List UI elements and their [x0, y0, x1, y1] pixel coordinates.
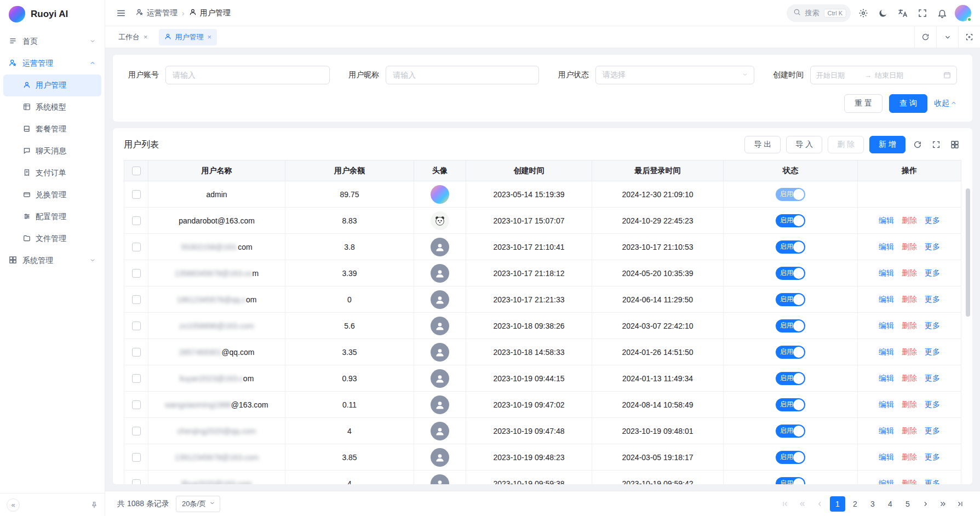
sidebar-item-chat-messages[interactable]: 聊天消息	[3, 140, 101, 162]
row-checkbox[interactable]	[132, 453, 141, 462]
first-page-button[interactable]	[777, 496, 793, 512]
search-button[interactable]: 查 询	[889, 94, 927, 113]
edit-link[interactable]: 编辑	[879, 321, 894, 330]
sidebar-item-package-management[interactable]: 套餐管理	[3, 118, 101, 140]
sidebar-item-home[interactable]: 首页	[0, 31, 105, 53]
more-link[interactable]: 更多	[925, 347, 940, 356]
edit-link[interactable]: 编辑	[879, 216, 894, 225]
scrollbar-thumb[interactable]	[966, 188, 970, 317]
more-link[interactable]: 更多	[925, 426, 940, 435]
row-checkbox[interactable]	[132, 400, 141, 409]
nickname-input[interactable]	[386, 66, 539, 84]
more-link[interactable]: 更多	[925, 268, 940, 277]
translate-icon[interactable]	[896, 6, 910, 20]
export-button[interactable]: 导 出	[744, 136, 781, 153]
import-button[interactable]: 导 入	[786, 136, 822, 153]
layout-expand-icon[interactable]	[958, 26, 980, 48]
settings-gear-icon[interactable]	[856, 6, 870, 20]
row-checkbox[interactable]	[132, 427, 141, 435]
sidebar-item-exchange-management[interactable]: 兑换管理	[3, 184, 101, 206]
page-button-5[interactable]: 5	[900, 496, 915, 512]
row-checkbox[interactable]	[132, 269, 141, 278]
sidebar-collapse-button[interactable]: «	[7, 498, 20, 512]
chevron-down-icon[interactable]	[936, 26, 958, 48]
status-toggle[interactable]: 启用	[776, 398, 805, 411]
more-link[interactable]: 更多	[925, 321, 940, 330]
status-toggle[interactable]: 启用	[776, 346, 805, 359]
sidebar-item-system-management[interactable]: 系统管理	[0, 250, 105, 272]
delete-link[interactable]: 删除	[902, 426, 917, 435]
sidebar-item-config-management[interactable]: 配置管理	[3, 206, 101, 228]
status-toggle[interactable]: 启用	[776, 477, 805, 485]
page-button-2[interactable]: 2	[847, 496, 863, 512]
more-link[interactable]: 更多	[925, 216, 940, 225]
user-avatar[interactable]	[955, 5, 971, 21]
delete-link[interactable]: 删除	[902, 242, 917, 251]
page-size-select[interactable]: 20条/页	[176, 496, 220, 512]
delete-link[interactable]: 删除	[902, 321, 917, 330]
status-toggle[interactable]: 启用	[776, 267, 805, 280]
page-button-1[interactable]: 1	[830, 496, 845, 512]
delete-link[interactable]: 删除	[902, 479, 917, 485]
delete-link[interactable]: 删除	[902, 400, 917, 409]
row-checkbox[interactable]	[132, 295, 141, 304]
page-button-3[interactable]: 3	[865, 496, 880, 512]
breadcrumb-operations[interactable]: 运营管理	[136, 8, 177, 18]
edit-link[interactable]: 编辑	[879, 400, 894, 409]
delete-link[interactable]: 删除	[902, 374, 917, 382]
sidebar-item-payment-orders[interactable]: 支付订单	[3, 162, 101, 184]
collapse-filters-link[interactable]: 收起	[934, 99, 957, 108]
global-search[interactable]: 搜索 Ctrl K	[787, 4, 851, 22]
account-input[interactable]	[165, 66, 330, 84]
prev-jump-button[interactable]	[795, 496, 810, 512]
expand-icon[interactable]	[930, 138, 943, 151]
page-button-4[interactable]: 4	[882, 496, 898, 512]
delete-link[interactable]: 删除	[902, 268, 917, 277]
edit-link[interactable]: 编辑	[879, 347, 894, 356]
last-page-button[interactable]	[953, 496, 968, 512]
more-link[interactable]: 更多	[925, 452, 940, 461]
close-icon[interactable]: ×	[208, 33, 212, 41]
close-icon[interactable]: ×	[144, 33, 148, 41]
end-date-input[interactable]	[875, 71, 920, 79]
edit-link[interactable]: 编辑	[879, 479, 894, 485]
status-select[interactable]: 请选择	[595, 66, 754, 84]
edit-link[interactable]: 编辑	[879, 374, 894, 382]
status-toggle[interactable]: 启用	[776, 240, 805, 254]
fullscreen-icon[interactable]	[915, 6, 930, 20]
row-checkbox[interactable]	[132, 374, 141, 383]
start-date-input[interactable]	[816, 71, 861, 79]
delete-link[interactable]: 删除	[902, 295, 917, 303]
refresh-icon[interactable]	[911, 138, 924, 151]
tab-user-management[interactable]: 用户管理 ×	[159, 29, 217, 45]
status-toggle[interactable]: 启用	[776, 188, 805, 201]
tab-workbench[interactable]: 工作台 ×	[113, 29, 153, 45]
add-button[interactable]: 新 增	[869, 136, 906, 153]
edit-link[interactable]: 编辑	[879, 242, 894, 251]
prev-page-button[interactable]	[812, 496, 828, 512]
next-page-button[interactable]	[918, 496, 933, 512]
reset-button[interactable]: 重 置	[844, 94, 882, 113]
more-link[interactable]: 更多	[925, 242, 940, 251]
pin-icon[interactable]	[90, 501, 98, 509]
row-checkbox[interactable]	[132, 348, 141, 357]
vertical-scrollbar[interactable]	[966, 188, 970, 480]
hamburger-menu-icon[interactable]	[114, 6, 128, 20]
row-checkbox[interactable]	[132, 479, 141, 484]
more-link[interactable]: 更多	[925, 479, 940, 485]
notification-bell-icon[interactable]	[935, 6, 949, 20]
status-toggle[interactable]: 启用	[776, 425, 805, 438]
next-jump-button[interactable]	[935, 496, 950, 512]
sidebar-item-operations[interactable]: 运营管理	[0, 53, 105, 74]
delete-link[interactable]: 删除	[902, 452, 917, 461]
delete-link[interactable]: 删除	[902, 347, 917, 356]
more-link[interactable]: 更多	[925, 374, 940, 382]
edit-link[interactable]: 编辑	[879, 426, 894, 435]
date-range-picker[interactable]: →	[810, 66, 957, 84]
row-checkbox[interactable]	[132, 216, 141, 225]
status-toggle[interactable]: 启用	[776, 293, 805, 306]
column-settings-icon[interactable]	[948, 138, 961, 151]
breadcrumb-user-management[interactable]: 用户管理	[189, 8, 231, 18]
sidebar-item-user-management[interactable]: 用户管理	[3, 74, 101, 96]
status-toggle[interactable]: 启用	[776, 451, 805, 464]
